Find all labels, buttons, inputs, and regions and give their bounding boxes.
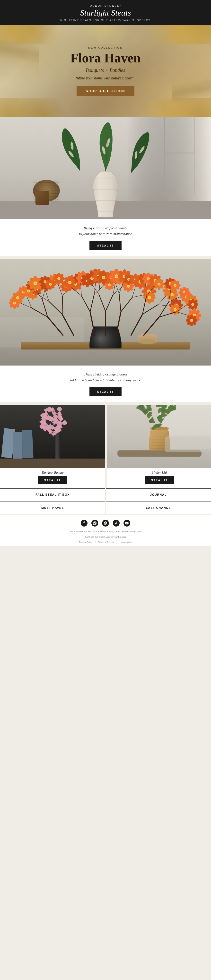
product4-label: Under $30	[107, 468, 211, 476]
shop-collection-button[interactable]: SHOP COLLECTION	[77, 86, 134, 96]
nav-grid: FALL STEAL IT BOX JOURNAL MUST HAVES LAS…	[0, 488, 211, 514]
product1-steal-button[interactable]: STEAL IT	[90, 241, 122, 250]
svg-point-1	[94, 522, 96, 524]
divider1	[0, 256, 211, 259]
product3-steal-button[interactable]: STEAL IT	[38, 476, 67, 484]
nav-fall-steal-it-box[interactable]: FALL STEAL IT BOX	[0, 488, 105, 501]
hero-label: NEW COLLECTION	[70, 46, 141, 49]
footer-cant-see: Can't see this email? View in your brows…	[5, 535, 206, 539]
svg-rect-0	[93, 522, 96, 525]
header: DECOR STEALS° Starlight Steals NIGHTTIME…	[0, 0, 211, 25]
unsubscribe-link[interactable]: Unsubscribe	[120, 541, 132, 543]
header-sub: NIGHTTIME DEALS FOR OUR AFTER-DARK SHOPP…	[5, 19, 206, 22]
footer-links: Privacy Policy | Terms of Service | Unsu…	[5, 541, 206, 543]
nav-last-chance[interactable]: LAST CHANCE	[106, 501, 211, 514]
footer-sep1: |	[95, 541, 96, 543]
product3-image	[0, 405, 105, 468]
hero-title: Flora Haven	[70, 51, 141, 65]
hero-content: NEW COLLECTION Flora Haven Bouquets + Bu…	[70, 46, 141, 96]
orange-flowers-image	[0, 259, 211, 366]
grass-decoration-left	[0, 25, 39, 117]
hero-description: Infuse your home with nature's charm.	[70, 76, 141, 80]
tagline: Starlight Steals	[5, 8, 206, 18]
hero-subtitle: Bouquets + Bundles	[70, 67, 141, 73]
facebook-icon[interactable]	[81, 520, 88, 527]
terms-of-service-link[interactable]: Terms of Service	[98, 541, 114, 543]
product2-description: These striking orange blooms add a livel…	[0, 366, 211, 402]
social-footer: 207 E. Blue Heron Blvd. Unit 3 Riviera B…	[0, 515, 211, 546]
divider2	[0, 402, 211, 405]
pinterest-icon[interactable]	[102, 520, 109, 527]
product4-steal-button[interactable]: STEAL IT	[145, 476, 174, 484]
two-col-products: Timeless Beauty STEAL IT Under $30 STEAL…	[0, 405, 211, 488]
product4-col: Under $30 STEAL IT	[107, 405, 211, 488]
product1-section: Bring vibrant, tropical beauty to your h…	[0, 117, 211, 256]
product1-desc-text: Bring vibrant, tropical beauty to your h…	[10, 225, 201, 237]
grass-decoration-right	[172, 25, 211, 117]
product1-description: Bring vibrant, tropical beauty to your h…	[0, 219, 211, 256]
product2-steal-button[interactable]: STEAL IT	[90, 387, 122, 396]
brand-name: DECOR STEALS°	[5, 4, 206, 7]
instagram-icon[interactable]	[91, 520, 98, 527]
product3-col: Timeless Beauty STEAL IT	[0, 405, 105, 488]
social-icons-row	[5, 520, 206, 527]
product3-label: Timeless Beauty	[0, 468, 105, 476]
tropical-plant-image	[0, 117, 211, 219]
product4-image	[107, 405, 211, 468]
product2-desc-text: These striking orange blooms add a livel…	[10, 371, 201, 383]
nav-must-haves[interactable]: MUST HAVES	[0, 501, 105, 514]
svg-point-2	[96, 522, 96, 523]
tiktok-icon[interactable]	[113, 520, 120, 527]
privacy-policy-link[interactable]: Privacy Policy	[79, 541, 93, 543]
nav-journal[interactable]: JOURNAL	[106, 488, 211, 501]
footer-address: 207 E. Blue Heron Blvd. Unit 3 Riviera B…	[5, 530, 206, 533]
product2-section: These striking orange blooms add a livel…	[0, 259, 211, 402]
hero-banner: NEW COLLECTION Flora Haven Bouquets + Bu…	[0, 25, 211, 117]
footer-sep2: |	[117, 541, 117, 543]
youtube-icon[interactable]	[123, 520, 130, 527]
